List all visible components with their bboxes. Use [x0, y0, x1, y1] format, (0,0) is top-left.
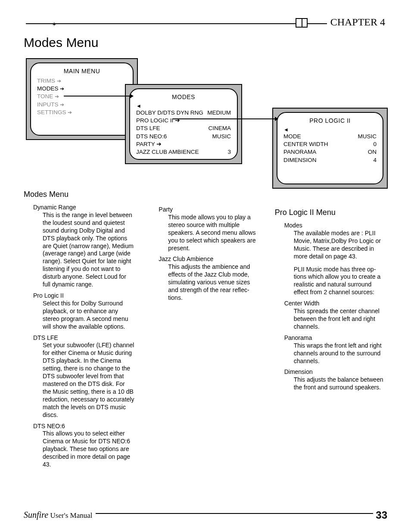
body-columns: Modes Menu Dynamic RangeThis is the rang…: [24, 190, 387, 469]
term: DTS NEO:6: [33, 423, 136, 430]
description: This is the range in level be­tween the …: [43, 212, 134, 289]
modes-row: DTS NEO:6MUSIC: [136, 133, 231, 140]
column-3: Pro Logic II Menu ModesThe available mod…: [275, 190, 387, 469]
header-box-icon: [296, 18, 308, 28]
back-arrow-icon: ◄: [136, 103, 231, 109]
term: DTS LFE: [33, 334, 136, 342]
description: This wraps the front left and right chan…: [294, 342, 386, 365]
prologic-row: DIMENSION4: [283, 156, 377, 164]
modes-row: DTS LFECINEMA: [136, 124, 231, 132]
term: Panorama: [284, 334, 387, 342]
panel-main-menu: MAIN MENU TRIMS ➔MODES ➔TONE ➔INPUTS ➔SE…: [26, 58, 138, 140]
description: PLII Music mode has three op­tions which…: [294, 266, 386, 297]
modes-row: PRO LOGIC II ➔: [136, 117, 231, 124]
description: This mode allows you to play a stereo so…: [168, 214, 260, 252]
description: This adjusts the balance be­tween the fr…: [294, 376, 386, 392]
description: This allows you to select either Cinema …: [43, 430, 134, 469]
description: The available modes are : PLII Movie, Ma…: [294, 230, 386, 261]
chapter-label: CHAPTER 4: [327, 16, 385, 28]
main-menu-item: MODES ➔: [37, 85, 127, 93]
main-menu-item: SETTINGS ➔: [37, 109, 127, 116]
term: Party: [159, 206, 262, 214]
col3-heading: Pro Logic II Menu: [275, 208, 387, 218]
panel3-title: PRO LOGIC II: [283, 117, 377, 124]
term: Dynamic Range: [33, 204, 136, 212]
prologic-row: MODEMUSIC: [283, 133, 377, 140]
col1-heading: Modes Menu: [24, 190, 136, 199]
main-menu-item: TRIMS ➔: [37, 77, 127, 85]
description: Set your subwoofer (LFE) channel for eit…: [43, 342, 134, 419]
term: Center Width: [284, 300, 387, 308]
main-menu-item: TONE ➔: [37, 93, 127, 100]
term: Dimension: [284, 368, 387, 376]
term: Pro Logic II: [33, 292, 136, 300]
manual-label: User's Manual: [50, 511, 92, 520]
term: Jazz Club Ambience: [159, 255, 262, 263]
back-arrow-icon: ◄: [283, 127, 377, 133]
column-2: PartyThis mode allows you to play a ster…: [149, 190, 262, 469]
flow-line-2: [172, 118, 276, 119]
description: This adjusts the ambience and effects of…: [168, 263, 260, 302]
description: Select this for Dolby Surround playback,…: [43, 300, 134, 331]
modes-row: DOLBY D/DTS DYN RNGMEDIUM: [136, 109, 231, 117]
prologic-row: PANORAMAON: [283, 148, 377, 156]
page-number: 33: [373, 509, 387, 521]
panel-prologic: PRO LOGIC II ◄ MODEMUSICCENTER WIDTH0PAN…: [272, 108, 388, 189]
footer-brand: Sunfire User's Manual: [24, 510, 96, 520]
column-1: Modes Menu Dynamic RangeThis is the rang…: [24, 190, 136, 469]
arrowhead-icon: [130, 94, 134, 98]
panel2-title: MODES: [136, 93, 231, 100]
description: This spreads the center chan­nel between…: [294, 308, 386, 331]
brand-name: Sunfire: [24, 510, 48, 520]
panel1-title: MAIN MENU: [37, 68, 127, 75]
main-menu-item: INPUTS ➔: [37, 101, 127, 109]
modes-row: JAZZ CLUB AMBIENCE3: [136, 148, 231, 156]
arrowhead-icon: [275, 117, 278, 121]
page-title: Modes Menu: [24, 35, 98, 50]
flow-line-1: [64, 96, 131, 96]
panel-modes: MODES ◄ DOLBY D/DTS DYN RNGMEDIUMPRO LOG…: [125, 84, 242, 164]
term: Modes: [284, 222, 387, 230]
header-star-icon: ✶: [52, 21, 57, 28]
prologic-row: CENTER WIDTH0: [283, 140, 377, 148]
modes-row: PARTY ➔: [136, 140, 231, 148]
